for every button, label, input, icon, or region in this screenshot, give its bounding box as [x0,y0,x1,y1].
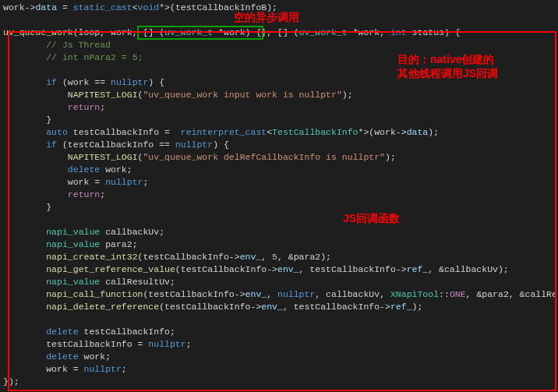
code-comment: // Js Thread [3,40,111,50]
code-comment: // int nPara2 = 5; [3,52,143,62]
code-line: uv_queue_work [3,27,73,37]
code-editor: work->data = static_cast<void*>(testCall… [0,0,558,390]
code-line: work-> [3,2,35,12]
